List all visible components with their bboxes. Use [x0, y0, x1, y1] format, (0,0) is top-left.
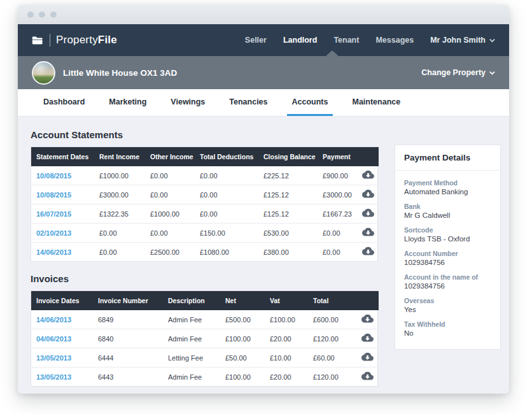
download-cell: [357, 166, 379, 185]
cloud-download-icon[interactable]: [362, 170, 374, 180]
table-cell: £10.00: [265, 348, 308, 368]
side-column: Payment Details Payment MethodAutomated …: [395, 145, 501, 387]
table-cell: £0.00: [145, 185, 195, 204]
top-navbar: PropertyFile Seller Landlord Tenant Mess…: [18, 24, 509, 56]
detail-field: OverseasYes: [404, 297, 491, 313]
table-cell: £0.00: [318, 243, 357, 262]
table-row: 02/10/2013£0.00£0.00£150.00£530.00£0.00: [31, 224, 379, 243]
field-label: Bank: [404, 203, 491, 210]
window-control-dot[interactable]: [27, 11, 34, 18]
column-header: Invoice Dates: [31, 291, 93, 310]
field-value: 1029384756: [404, 282, 491, 290]
logo-divider: [50, 34, 50, 46]
date-link[interactable]: 10/08/2015: [36, 191, 71, 199]
column-header: Invoice Number: [93, 291, 163, 310]
cloud-download-icon[interactable]: [362, 208, 374, 218]
detail-field: Account in the name of1029384756: [404, 273, 491, 290]
nav-menu: Seller Landlord Tenant Messages Mr John …: [245, 36, 495, 45]
nav-item-tenant[interactable]: Tenant: [333, 36, 359, 45]
table-cell: £1667.23: [318, 204, 357, 224]
date-link[interactable]: 16/07/2015: [36, 210, 71, 218]
table-cell: £20.00: [265, 368, 308, 387]
date-link[interactable]: 13/05/2013: [36, 354, 71, 362]
tab-marketing[interactable]: Marketing: [104, 89, 151, 116]
date-cell: 10/08/2015: [31, 185, 94, 204]
date-link[interactable]: 14/06/2013: [36, 316, 71, 324]
app-window: PropertyFile Seller Landlord Tenant Mess…: [18, 5, 509, 394]
user-menu[interactable]: Mr John Smith: [430, 36, 495, 45]
date-link[interactable]: 04/06/2013: [36, 335, 71, 343]
table-cell: £500.00: [220, 310, 265, 329]
table-cell: Letting Fee: [163, 348, 220, 368]
cloud-download-icon[interactable]: [362, 246, 374, 256]
detail-field: SortcodeLloyds TSB - Oxford: [404, 226, 491, 243]
window-control-dot[interactable]: [50, 11, 57, 18]
table-cell: £120.00: [308, 329, 356, 348]
column-header: Closing Balance: [258, 147, 318, 166]
date-link[interactable]: 13/05/2013: [36, 373, 71, 381]
table-cell: £0.00: [318, 224, 357, 243]
main-column: Account Statements Statement Dates Rent …: [31, 120, 378, 387]
table-row: 16/07/2015£1322.35£1000.00£0.00£125.12£1…: [31, 204, 379, 224]
tab-dashboard[interactable]: Dashboard: [38, 89, 90, 116]
column-header: Total: [308, 291, 356, 310]
table-cell: £0.00: [195, 204, 258, 224]
column-header: Payment: [318, 147, 357, 166]
detail-field: Account Number1029384756: [404, 250, 491, 266]
table-cell: Admin Fee: [163, 310, 220, 329]
date-cell: 04/06/2013: [31, 329, 93, 348]
window-titlebar: [18, 5, 509, 24]
property-avatar[interactable]: [32, 61, 55, 85]
tab-maintenance[interactable]: Maintenance: [347, 89, 405, 116]
table-header-row: Invoice Dates Invoice Number Description…: [31, 291, 379, 310]
field-label: Sortcode: [404, 226, 491, 234]
cloud-download-icon[interactable]: [361, 371, 374, 381]
field-value: Yes: [404, 306, 491, 313]
cloud-download-icon[interactable]: [361, 333, 374, 343]
table-cell: £0.00: [94, 243, 145, 262]
table-cell: £120.00: [308, 368, 356, 387]
tab-accounts[interactable]: Accounts: [287, 89, 333, 116]
table-cell: £50.00: [220, 348, 265, 368]
table-cell: £100.00: [220, 329, 265, 348]
cloud-download-icon[interactable]: [361, 314, 374, 324]
column-header: Other Income: [145, 147, 195, 166]
cloud-download-icon[interactable]: [362, 227, 374, 237]
invoices-title: Invoices: [31, 273, 378, 284]
change-property-button[interactable]: Change Property: [421, 68, 495, 77]
user-name: Mr John Smith: [430, 36, 486, 45]
table-cell: £100.00: [265, 310, 308, 329]
brand-name: PropertyFile: [56, 34, 117, 46]
table-cell: £380.00: [258, 243, 318, 262]
table-cell: £530.00: [258, 224, 318, 243]
date-cell: 13/05/2013: [31, 348, 93, 368]
field-label: Tax Withheld: [404, 320, 491, 328]
date-link[interactable]: 10/08/2015: [36, 172, 71, 180]
nav-item-messages[interactable]: Messages: [375, 36, 414, 45]
table-cell: £1000.00: [145, 204, 195, 224]
tab-viewings[interactable]: Viewings: [165, 89, 210, 116]
property-bar: Little White House OX1 3AD Change Proper…: [18, 56, 509, 89]
download-cell: [357, 243, 379, 262]
nav-item-seller[interactable]: Seller: [245, 36, 267, 45]
table-row: 14/06/20136849Admin Fee£500.00£100.00£60…: [31, 310, 379, 329]
date-cell: 14/06/2013: [31, 310, 93, 329]
payment-details-panel: Payment Details Payment MethodAutomated …: [395, 145, 501, 350]
table-cell: £0.00: [94, 224, 145, 243]
cloud-download-icon[interactable]: [362, 189, 374, 199]
cloud-download-icon[interactable]: [361, 352, 374, 362]
download-cell: [356, 368, 379, 387]
active-nav-caret: [326, 50, 339, 56]
date-link[interactable]: 14/06/2013: [36, 248, 71, 256]
tab-tenancies[interactable]: Tenancies: [224, 89, 272, 116]
field-value: No: [404, 329, 491, 337]
table-cell: £125.12: [258, 204, 318, 224]
nav-item-landlord[interactable]: Landlord: [283, 36, 317, 45]
statements-table: Statement Dates Rent Income Other Income…: [31, 146, 378, 262]
field-value: Mr G Caldwell: [404, 211, 491, 219]
download-cell: [357, 204, 379, 224]
chevron-down-icon: [489, 38, 495, 43]
date-link[interactable]: 02/10/2013: [36, 229, 71, 237]
window-control-dot[interactable]: [39, 11, 45, 18]
propertyfile-logo[interactable]: PropertyFile: [32, 34, 117, 46]
